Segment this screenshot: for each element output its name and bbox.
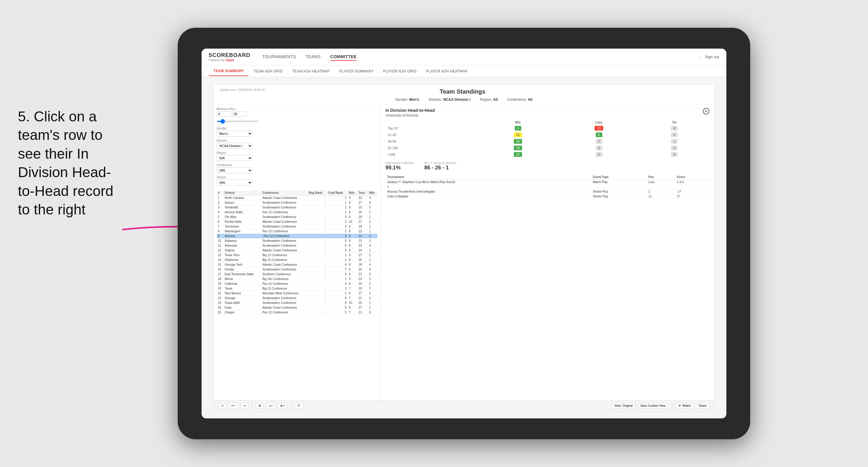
division-filter: Division: NCAA Division I (429, 97, 470, 102)
subnav-team-h2h-heatmap[interactable]: TEAM H2H HEATMAP (287, 67, 335, 76)
table-row[interactable]: 23 Texas A&M Southeastern Conference - 9… (217, 301, 377, 305)
school-select[interactable]: (All) (217, 180, 253, 186)
table-row[interactable]: 2 Auburn Southeastern Conference - 1 9 2… (217, 200, 377, 205)
table-row[interactable]: 24 Duke Atlantic Coast Conference - 5 9 … (217, 305, 377, 310)
conference-select[interactable]: (All) (217, 167, 253, 173)
h2h-close-button[interactable]: ✕ (703, 108, 709, 115)
view-original-button[interactable]: View: Original (612, 403, 636, 409)
gender-label: Gender (217, 127, 377, 130)
save-custom-button[interactable]: Save Custom View (638, 403, 668, 409)
win-cell: 3 (368, 234, 377, 239)
h2h-team: University of Arizona (385, 113, 435, 118)
nav-teams[interactable]: TEAMS (306, 53, 321, 61)
h2h-row: >100 27 0 0 (385, 151, 709, 158)
school-cell: Texas (224, 286, 261, 291)
nav-committee[interactable]: COMMITTEE (330, 53, 357, 61)
table-row[interactable]: 19 California Pac-12 Conference - 4 8 24… (217, 281, 377, 286)
subnav-team-h2h-grid[interactable]: TEAM H2H GRID (249, 67, 287, 76)
subnav-team-summary[interactable]: TEAM SUMMARY (209, 66, 249, 76)
wlt-label: W-L-T record in-division: (424, 161, 457, 165)
table-row[interactable]: 14 Oklahoma Big 12 Conference - 2 9 26 2 (217, 258, 377, 262)
table-row[interactable]: 9 Arizona Pac-12 Conference - 3 8 23 3 (217, 234, 377, 239)
region-select[interactable]: N/A (217, 155, 253, 161)
share-button[interactable]: Share (696, 403, 709, 409)
rank-cell: 17 (217, 272, 224, 277)
conf-rank-cell: 3 (327, 286, 348, 291)
conference-cell: Pac-12 Conference (261, 210, 307, 215)
reg-rank-cell: - (307, 277, 327, 281)
h2h-win-cell: 27 (477, 151, 558, 158)
gender-select[interactable]: Men's (217, 131, 253, 136)
nav-tournaments[interactable]: TOURNAMENTS (262, 53, 296, 61)
sign-out-link[interactable]: Sign out (700, 55, 719, 59)
table-row[interactable]: 8 Washington Pac-12 Conference - 2 8 23 … (217, 229, 377, 234)
min-rounds-input[interactable] (217, 111, 231, 117)
union-button[interactable]: ∪ • (266, 403, 275, 409)
update-time: Update time: 27/03/2024 16:56:26 (220, 88, 265, 92)
subnav-player-h2h-heatmap[interactable]: PLAYER H2H HEATMAP (421, 67, 473, 76)
table-row[interactable]: 5 Ole Miss Southeastern Conference - 3 6… (217, 215, 377, 219)
tour-cell: 18 (357, 224, 368, 229)
conference-cell: Southeastern Conference (261, 224, 307, 229)
table-row[interactable]: 13 Texas Tech Big 12 Conference - 1 9 27… (217, 253, 377, 258)
table-row[interactable]: 11 Arkansas Southeastern Conference - 6 … (217, 243, 377, 248)
table-row[interactable]: 15 Georgia Tech Atlantic Coast Conferenc… (217, 262, 377, 267)
table-row[interactable]: 18 Illinois Big Ten Conference - 1 9 23 … (217, 277, 377, 281)
table-row[interactable]: 25 Oregon Pac-12 Conference - 5 7 21 0 (217, 310, 377, 315)
school-cell: Georgia (224, 296, 261, 301)
conf-rank-cell: 4 (327, 281, 348, 286)
conf-rank-cell: 1 (327, 277, 348, 281)
win-cell: 1 (368, 248, 377, 253)
card-title: Team Standings (440, 88, 486, 95)
table-row[interactable]: 6 Florida State Atlantic Coast Conferenc… (217, 219, 377, 224)
rds-cell: 9 (348, 291, 357, 296)
max-rounds-input[interactable] (232, 111, 247, 117)
table-row[interactable]: 7 Tennessee Southeastern Conference - 4 … (217, 224, 377, 229)
conference-cell: Big 12 Conference (261, 258, 307, 262)
table-row[interactable]: 4 Arizona State Pac-12 Conference - 1 9 … (217, 210, 377, 215)
gender-filter: Gender: Men's (395, 97, 419, 102)
min-rounds-row (217, 111, 377, 117)
rounds-slider[interactable] (217, 121, 258, 122)
region-label: Region (217, 151, 377, 154)
tour-name-cell: Arizona Thunderbirds Intercollegiate (385, 189, 591, 194)
division-select[interactable]: NCAA Division I (217, 143, 253, 149)
table-row[interactable]: 12 Virginia Atlantic Coast Conference - … (217, 248, 377, 253)
tablet-device: SCOREBOARD Powered by clippd TOURNAMENTS… (178, 28, 750, 439)
back-button[interactable]: ⟵ (229, 403, 238, 409)
add-button[interactable]: ⊕ • (278, 403, 287, 409)
rank-cell: 1 (217, 196, 224, 200)
table-row[interactable]: 16 Florida Southeastern Conference - 7 9… (217, 267, 377, 272)
right-panel: In Division Head-to-Head University of A… (381, 104, 714, 400)
reg-rank-cell: - (307, 305, 327, 310)
subnav-player-h2h-grid[interactable]: PLAYER H2H GRID (378, 67, 421, 76)
tour-cell: 24 (357, 248, 368, 253)
table-row[interactable]: 10 Alabama Southeastern Conference - 5 8… (217, 239, 377, 243)
tournament-row: Cabo Collegiate Stroke Play 11 17 (385, 194, 709, 199)
reg-rank-cell: - (307, 267, 327, 272)
tour-cell: 26 (357, 210, 368, 215)
table-row[interactable]: 17 East Tennessee State Southern Confere… (217, 272, 377, 277)
h2h-win-cell: 25 (477, 138, 558, 145)
h2h-label-cell: >100 (385, 151, 478, 158)
timer-button[interactable]: ⏱ (294, 403, 303, 409)
watch-button[interactable]: 👁 Watch (676, 403, 693, 409)
opponents-value: 99.1% (385, 165, 415, 171)
redo-button[interactable]: ↪ (241, 403, 248, 409)
h2h-loss-cell: 0 (558, 151, 640, 158)
table-row[interactable]: 3 Vanderbilt Southeastern Conference - 2… (217, 205, 377, 210)
toolbar-sep-2 (291, 403, 291, 409)
table-row[interactable]: 21 New Mexico Mountain West Conference -… (217, 291, 377, 296)
col-conf-rank: Conf Rank (327, 190, 348, 196)
win-cell: 4 (368, 272, 377, 277)
table-row[interactable]: 20 Texas Big 12 Conference - 3 7 20 7 (217, 286, 377, 291)
conf-rank-cell: 2 (327, 205, 348, 210)
share-label: Share (699, 404, 707, 407)
table-row[interactable]: 22 Georgia Southeastern Conference - 8 7… (217, 296, 377, 301)
rds-cell: 10 (348, 219, 357, 224)
table-row[interactable]: 1 North Carolina Atlantic Coast Conferen… (217, 196, 377, 200)
undo-button[interactable]: ↩ (219, 403, 226, 409)
grid-button[interactable]: ⊞ (256, 403, 264, 409)
rank-cell: 10 (217, 239, 224, 243)
subnav-player-summary[interactable]: PLAYER SUMMARY (335, 67, 378, 76)
